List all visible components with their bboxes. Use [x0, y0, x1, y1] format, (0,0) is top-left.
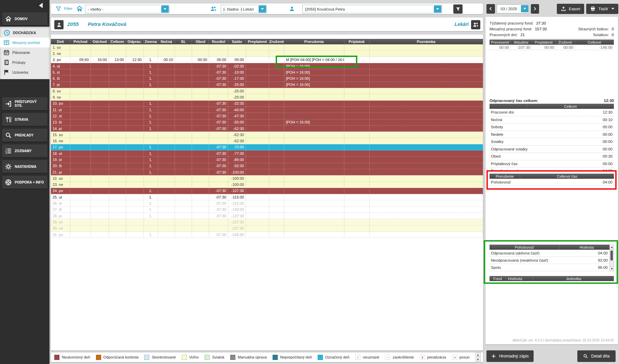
table-row-day-18-ut[interactable]: 18. ut1.-07:30-77:30	[51, 150, 483, 157]
cell-preplatene	[246, 50, 269, 57]
cell-odprac	[126, 107, 144, 113]
group-dropdown[interactable]: [- žiadna -] Lekári	[221, 5, 267, 13]
cell-obed	[192, 144, 209, 150]
cell-preplatene	[246, 225, 269, 232]
scroll-down-button[interactable]	[610, 266, 614, 271]
table-row-day-27-št[interactable]: 27. št1.-07:30-130:00	[51, 207, 483, 213]
cell-zrusene	[269, 57, 284, 63]
print-button[interactable]: Tlačiť	[586, 4, 618, 14]
cell-obed	[192, 188, 209, 194]
table-row-day-8-so[interactable]: 8. so-25:00	[51, 88, 483, 94]
table-row-day-31-po[interactable]: 31. po1.-07:30-145:00	[51, 232, 483, 238]
sidebar-item-prehlady[interactable]: PREHĽADY	[2, 129, 47, 142]
employee-group-button[interactable]	[471, 20, 480, 29]
table-row-day-10-po[interactable]: 10. po1.-07:30-32:30	[51, 101, 483, 107]
table-row-day-17-po[interactable]: 17. po1.-07:30-70:00	[51, 144, 483, 150]
sidebar-item-zoznamy[interactable]: ZOZNAMY	[2, 144, 47, 157]
table-row-day-22-so[interactable]: 22. so-100:00	[51, 175, 483, 181]
sidebar-item-pristupovy-sys[interactable]: PRÍSTUPOVÝ SYS.	[2, 97, 47, 110]
cell-rozdiel	[209, 94, 228, 100]
standby-table-scrollbar[interactable]	[609, 245, 614, 271]
bulk-entry-button[interactable]: Hromadný zápis	[486, 350, 534, 362]
scrollbar-thumb[interactable]	[610, 250, 613, 261]
table-row-day-4-ut[interactable]: 4. ut1.-07:30-02:30[POH = 16:00]	[51, 63, 483, 69]
table-row-day-11-ut[interactable]: 11. ut1.-07:30-40:00	[51, 107, 483, 113]
table-row-day-13-št[interactable]: 13. št1.-07:30-55:00[POH = 16:00]	[51, 119, 483, 126]
cell-sl	[175, 213, 192, 219]
cell-prichod	[70, 50, 91, 57]
sidebar-item-domov[interactable]: DOMOV	[2, 12, 47, 25]
legend-item: !neuznané	[355, 355, 379, 360]
sidebar-item-podpora-info[interactable]: PODPORA + INFO	[2, 176, 47, 189]
advanced-filter-button[interactable]	[453, 4, 463, 14]
scroll-up-button[interactable]	[610, 245, 614, 249]
cell-saldo: -137:30	[228, 219, 246, 225]
person-dropdown[interactable]: [2055] Kováčová Petra	[302, 5, 442, 13]
saldo-value: -145:00	[575, 45, 614, 50]
sidebar-item-pristupy[interactable]: Prístupy	[0, 57, 50, 67]
day-detail-button[interactable]: Detail dňa	[577, 350, 616, 362]
table-row-day-12-st[interactable]: 12. st1.-07:30-47:30	[51, 113, 483, 119]
table-row-day-30-ne[interactable]: 30. ne-137:30	[51, 225, 483, 232]
table-row-day-24-po[interactable]: 24. po1.-07:30-107:30	[51, 188, 483, 194]
table-row-day-23-ne[interactable]: 23. ne-100:00	[51, 182, 483, 188]
previous-month-button[interactable]	[486, 4, 495, 14]
cell-odchod	[91, 150, 109, 157]
cell-poznamka	[370, 213, 483, 219]
cell-odchod	[91, 94, 109, 100]
upload-icon	[561, 6, 566, 11]
sidebar: DOMOV DOCHÁDZKA Mesačný prehľad Plánovan…	[0, 0, 50, 364]
sidebar-item-uzavierka[interactable]: Uzávierka	[0, 67, 50, 77]
department-dropdown[interactable]: - všetky -	[85, 5, 169, 13]
table-row-day-19-st[interactable]: 19. st1.-07:30-85:00	[51, 157, 483, 163]
table-row-day-21-pi[interactable]: 21. pi1.-07:30-100:00	[51, 169, 483, 175]
chevron-down-icon[interactable]	[521, 5, 528, 12]
cell-celkom	[109, 207, 126, 213]
table-row-day-28-pi[interactable]: 28. pi1.-07:30-137:30	[51, 213, 483, 219]
table-row-day-6-št[interactable]: 6. št1.-07:30-17:30[POH = 16:00]	[51, 75, 483, 82]
chevron-down-icon[interactable]	[259, 5, 266, 13]
table-row-day-29-so[interactable]: 29. so-137:30	[51, 219, 483, 225]
export-button[interactable]: Export	[557, 4, 584, 14]
group-dropdown-value: [- žiadna -] Lekári	[221, 7, 259, 11]
chevron-down-icon[interactable]	[434, 5, 441, 13]
table-row-day-2-ne[interactable]: 2. ne	[51, 50, 483, 57]
sidebar-item-dochadzka[interactable]: DOCHÁDZKA	[0, 28, 50, 38]
table-row-day-20-št[interactable]: 20. št1.-07:30-92:30	[51, 163, 483, 169]
month-selector[interactable]: 03 / 2025	[497, 4, 529, 13]
attendance-table-body: 1. so2. ne3. po05:5016:0013:0012:301.00:…	[51, 44, 483, 238]
table-row-day-16-ne[interactable]: 16. ne-62:30	[51, 138, 483, 144]
filter-bar: Filter - všetky - [- žiadna -] Lekári [2…	[51, 3, 483, 14]
cell-priplatok	[344, 163, 370, 169]
cell-prerusenia	[284, 232, 344, 238]
table-row-day-26-st[interactable]: 26. st1.-07:30-122:30	[51, 200, 483, 206]
chevron-down-icon[interactable]	[161, 5, 169, 13]
table-row-day-14-pi[interactable]: 14. pi1.-07:30-62:30	[51, 126, 483, 132]
cell-sl	[175, 194, 192, 200]
employee-card-button[interactable]	[54, 20, 64, 29]
sidebar-item-strava[interactable]: STRAVA	[2, 113, 47, 126]
table-row-day-1-so[interactable]: 1. so	[51, 44, 483, 50]
table-row-day-9-ne[interactable]: 9. ne-25:00	[51, 94, 483, 100]
cell-celkom	[109, 101, 126, 107]
scroll-up-button[interactable]	[476, 353, 481, 357]
sidebar-item-planovanie[interactable]: Plánovanie	[0, 47, 50, 57]
table-row-day-7-pi[interactable]: 7. pi1.-07:30-25:00[POH = 16:00]	[51, 82, 483, 88]
table-row-day-3-po[interactable]: 3. po05:5016:0013:0012:301.00:1000:3005:…	[51, 57, 483, 63]
sidebar-item-mesacny-prehlad[interactable]: Mesačný prehľad	[0, 38, 50, 47]
column-header-nocna: Nočná	[158, 39, 175, 44]
cell-nocna	[158, 113, 175, 119]
cell-poznamka	[370, 169, 483, 175]
cell-rozdiel	[209, 219, 228, 225]
cell-nocna	[158, 232, 175, 238]
sidebar-collapse-icon[interactable]	[39, 3, 43, 8]
next-month-button[interactable]	[531, 4, 539, 14]
table-row-day-15-so[interactable]: 15. so-62:30	[51, 132, 483, 138]
column-header-zmena: Zmena	[144, 39, 158, 44]
scroll-down-button[interactable]	[476, 358, 481, 362]
table-row-day-5-st[interactable]: 5. st1.-07:30-10:00[POH = 16:00]	[51, 69, 483, 75]
table-row-day-25-ut[interactable]: 25. ut1.-07:30-115:00	[51, 194, 483, 200]
sidebar-item-nastavenia[interactable]: NASTAVENIA	[2, 160, 47, 173]
printer-icon	[590, 6, 595, 11]
column-header-celkom: Celkom	[109, 39, 126, 44]
